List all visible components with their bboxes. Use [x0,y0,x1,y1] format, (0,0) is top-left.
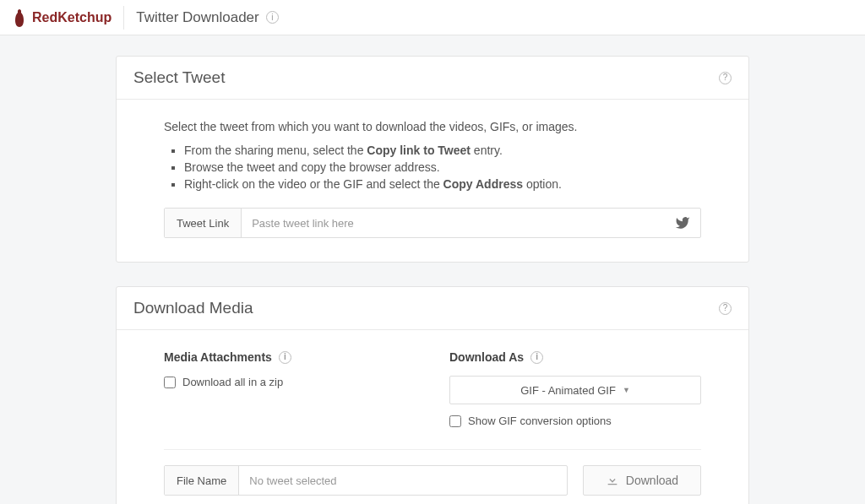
show-gif-options-row[interactable]: Show GIF conversion options [449,415,701,427]
show-gif-options-checkbox[interactable] [449,415,461,427]
download-all-zip-label: Download all in a zip [182,376,283,388]
download-icon [606,474,619,487]
download-as-label-wrap: Download As i [449,350,701,364]
brand-logo-icon [12,8,27,28]
download-as-help-icon[interactable]: i [530,351,543,364]
card-download-media: Download Media ? Media Attachments i Dow… [116,286,749,504]
format-selected: GIF - Animated GIF [520,384,616,397]
tweet-link-input[interactable] [242,209,665,237]
select-intro: Select the tweet from which you want to … [164,120,701,133]
select-help-icon[interactable]: ? [719,72,732,84]
download-area: Download SKIP PREVIEW [583,465,701,504]
attachments-label: Media Attachments [164,350,272,364]
action-row: File Name No tweet selected Download SKI… [164,465,701,504]
brand-name: RedKetchup [32,10,112,25]
download-all-zip-checkbox[interactable] [164,377,176,388]
show-gif-options-label: Show GIF conversion options [468,415,612,427]
twitter-icon [665,209,700,237]
chevron-down-icon: ▼ [623,386,630,394]
format-select[interactable]: GIF - Animated GIF ▼ [449,376,701,404]
page-help-icon[interactable]: i [266,11,279,24]
media-row: Media Attachments i Download all in a zi… [164,350,701,427]
download-all-zip-row[interactable]: Download all in a zip [164,376,416,388]
step-1: From the sharing menu, select the Copy l… [184,144,701,157]
download-body: Media Attachments i Download all in a zi… [117,330,748,504]
select-body: Select the tweet from which you want to … [117,100,748,262]
page-title: Twitter Downloader [136,9,259,26]
tweet-link-row: Tweet Link [164,208,701,238]
download-button-label: Download [626,474,678,487]
attachments-col: Media Attachments i Download all in a zi… [164,350,416,427]
file-name-value: No tweet selected [239,466,567,495]
download-button[interactable]: Download [583,465,701,496]
card-header-download: Download Media ? [117,287,748,330]
topbar: RedKetchup Twitter Downloader i [0,0,865,35]
main-container: Select Tweet ? Select the tweet from whi… [107,56,758,504]
card-header-select: Select Tweet ? [117,57,748,100]
download-title: Download Media [133,299,253,317]
attachments-help-icon[interactable]: i [279,351,291,364]
download-help-icon[interactable]: ? [719,302,732,315]
divider [164,449,701,450]
download-as-label: Download As [449,350,524,364]
tweet-link-label: Tweet Link [165,209,242,237]
file-name-group: File Name No tweet selected [164,465,568,496]
select-title: Select Tweet [133,68,225,87]
brand[interactable]: RedKetchup [12,6,124,30]
attachments-label-wrap: Media Attachments i [164,350,416,364]
file-name-label: File Name [165,466,239,495]
card-select-tweet: Select Tweet ? Select the tweet from whi… [116,56,749,263]
step-3: Right-click on the video or the GIF and … [184,177,701,191]
download-as-col: Download As i GIF - Animated GIF ▼ Show … [449,350,701,427]
page-title-wrap: Twitter Downloader i [136,9,279,26]
select-steps: From the sharing menu, select the Copy l… [164,144,701,191]
step-2: Browse the tweet and copy the browser ad… [184,160,701,174]
